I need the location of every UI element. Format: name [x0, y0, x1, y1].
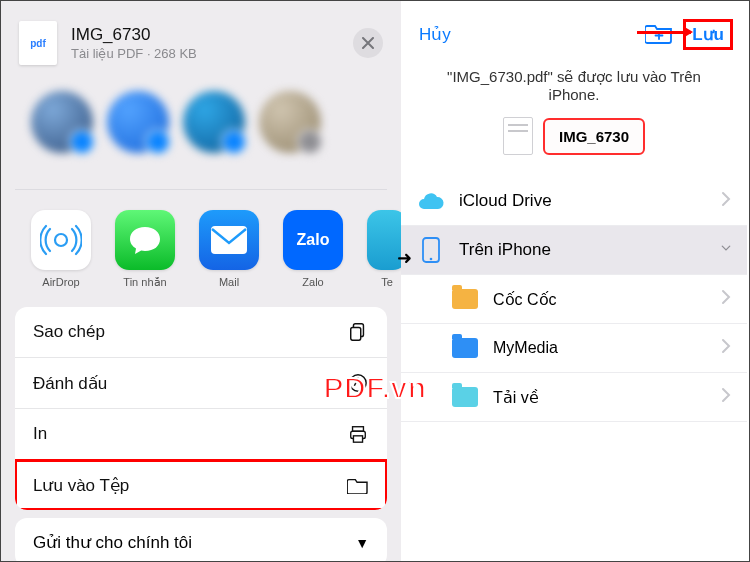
svg-point-9	[430, 258, 433, 261]
save-locations-list: iCloud Drive Trên iPhone Cốc Cốc MyMedia	[401, 177, 747, 422]
app-airdrop[interactable]: AirDrop	[31, 210, 91, 288]
mail-icon	[199, 210, 259, 270]
chevron-right-icon	[721, 338, 731, 358]
action-copy[interactable]: Sao chép	[15, 307, 387, 358]
location-on-iphone[interactable]: Trên iPhone	[401, 226, 747, 275]
action-save-to-files[interactable]: Lưu vào Tệp	[15, 460, 387, 510]
avatar	[183, 91, 245, 153]
svg-rect-3	[351, 327, 361, 340]
avatar	[259, 91, 321, 153]
filename-input[interactable]: IMG_6730	[543, 118, 645, 155]
share-actions-list: Sao chép Đánh dấu In Lưu vào Tệp	[15, 307, 387, 510]
copy-icon	[347, 321, 369, 343]
folder-icon	[451, 336, 479, 360]
avatar	[31, 91, 93, 153]
svg-rect-7	[353, 436, 362, 442]
iphone-icon	[417, 238, 445, 262]
chevron-down-icon	[721, 240, 731, 261]
files-save-header: Hủy Lưu	[401, 1, 747, 62]
annotation-arrow-icon	[637, 31, 691, 34]
close-button[interactable]	[353, 28, 383, 58]
save-destination-message: "IMG_6730.pdf" sẽ được lưu vào Trên iPho…	[401, 62, 747, 117]
app-messages[interactable]: Tin nhắn	[115, 210, 175, 289]
icloud-icon	[417, 189, 445, 213]
airdrop-icon	[31, 210, 91, 270]
folder-icon	[451, 385, 479, 409]
print-icon	[347, 423, 369, 445]
messages-icon	[115, 210, 175, 270]
file-preview: IMG_6730	[401, 117, 747, 177]
file-name: IMG_6730	[71, 25, 197, 45]
svg-rect-1	[211, 226, 247, 254]
share-sheet-header: pdf IMG_6730 Tài liệu PDF · 268 KB	[1, 1, 401, 81]
location-folder-coccoc[interactable]: Cốc Cốc	[401, 275, 747, 324]
folder-icon	[347, 474, 369, 496]
action-print[interactable]: In	[15, 409, 387, 460]
close-icon	[362, 37, 374, 49]
chevron-right-icon	[721, 289, 731, 309]
app-zalo[interactable]: Zalo Zalo	[283, 210, 343, 288]
location-folder-mymedia[interactable]: MyMedia	[401, 324, 747, 373]
file-thumbnail-icon	[503, 117, 533, 155]
zalo-icon: Zalo	[283, 210, 343, 270]
cancel-button[interactable]: Hủy	[419, 24, 451, 45]
dropdown-icon: ▼	[355, 535, 369, 551]
pdf-badge-icon: pdf	[19, 21, 57, 65]
app-mail[interactable]: Mail	[199, 210, 259, 288]
chevron-right-icon	[721, 387, 731, 407]
share-contacts-row[interactable]	[1, 81, 401, 189]
file-meta: Tài liệu PDF · 268 KB	[71, 46, 197, 61]
watermark: PDF.vn	[323, 371, 426, 405]
avatar	[107, 91, 169, 153]
chevron-right-icon	[721, 191, 731, 212]
location-folder-taive[interactable]: Tải về	[401, 373, 747, 422]
share-apps-row: AirDrop Tin nhắn Mail Zalo Zalo	[1, 190, 401, 307]
action-mail-self[interactable]: Gửi thư cho chính tôi ▼	[15, 518, 387, 562]
location-icloud-drive[interactable]: iCloud Drive	[401, 177, 747, 226]
annotation-arrow-icon: ➜	[397, 247, 412, 269]
folder-icon	[451, 287, 479, 311]
svg-point-0	[55, 234, 67, 246]
new-folder-button[interactable]	[645, 22, 673, 48]
